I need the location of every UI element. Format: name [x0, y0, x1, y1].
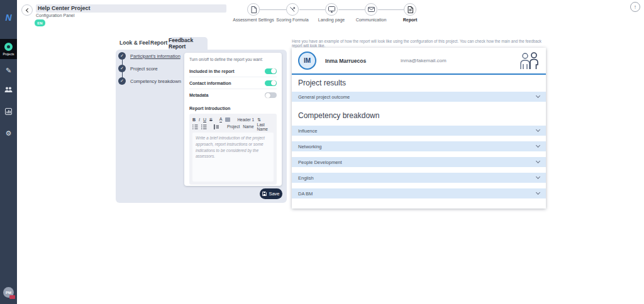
chevron-down-icon: [536, 175, 540, 179]
report-settings-card: Turn on/off to define the report you wan…: [184, 53, 282, 186]
chevron-down-icon: [536, 128, 540, 132]
envelope-icon: [365, 3, 377, 16]
app-logo-icon: N: [0, 13, 17, 23]
section-competency-breakdown[interactable]: ✓ Competency breakdown: [118, 77, 181, 85]
report-chart-icon[interactable]: [0, 108, 17, 115]
accordion-da-bm[interactable]: DA BM: [292, 188, 546, 198]
section-project-score[interactable]: ✓ Project score: [118, 65, 158, 72]
toggle-switch-on[interactable]: [265, 68, 277, 74]
back-chevron-icon: [26, 8, 30, 13]
save-button[interactable]: Save: [260, 188, 282, 199]
sidebar-item-projects[interactable]: Projects: [0, 39, 17, 59]
sidebar-item-label: Projects: [3, 52, 14, 56]
settings-gear-icon[interactable]: ⚙: [0, 129, 17, 138]
strikethrough-button[interactable]: S: [209, 117, 213, 122]
participant-name: Inma Marruecos: [325, 58, 401, 64]
toggle-row-included-in-report[interactable]: Included in the report: [189, 65, 277, 77]
chevron-down-icon: [536, 143, 540, 148]
editor-label: Report Introduction: [189, 106, 277, 111]
document-icon: [247, 3, 260, 16]
users-icon[interactable]: [0, 87, 17, 93]
document-icon: [404, 3, 416, 16]
projects-icon: [4, 43, 13, 51]
check-circle-icon: ✓: [118, 52, 126, 60]
accordion-influence[interactable]: Influence: [292, 126, 546, 136]
bullet-list-button[interactable]: [201, 124, 207, 129]
header-format-select[interactable]: Header 1: [237, 117, 254, 122]
toggle-row-contact-information[interactable]: Contact information: [189, 77, 277, 89]
participant-email: inma@fakemail.com: [401, 58, 447, 63]
step-landing-page[interactable]: Landing page: [309, 3, 353, 22]
chevron-down-icon: [536, 94, 540, 98]
accordion-general-project-outcome[interactable]: General project outcome: [292, 92, 546, 102]
edit-pencil-icon[interactable]: ✎: [0, 67, 17, 75]
rich-text-editor: B I U S A Header 1 ⇅ Project: [189, 114, 277, 185]
tab-look-and-feel[interactable]: Look & Feel: [119, 40, 150, 46]
sidebar: N Projects ✎ ⚙ PM: [0, 0, 17, 304]
user-avatar[interactable]: PM: [3, 287, 14, 298]
bold-button[interactable]: B: [192, 117, 196, 122]
preview-breakdown-heading: Competency breakdown: [298, 111, 379, 120]
chevron-down-icon: [536, 190, 540, 195]
report-preview-card: IM Inma Marruecos inma@fakemail.com Proj…: [292, 48, 546, 209]
scroll-top-button[interactable]: ↑: [630, 2, 640, 12]
page-title: Help Center Project: [38, 5, 91, 11]
back-button[interactable]: [21, 4, 33, 16]
check-circle-icon: ✓: [118, 65, 126, 72]
merge-tag-project-button[interactable]: Project: [227, 124, 240, 129]
chevron-down-icon: [536, 159, 540, 163]
merge-tag-name-button[interactable]: Name: [243, 124, 253, 129]
toggle-switch-off[interactable]: [265, 92, 277, 98]
format-dropdown-icon[interactable]: ⇅: [257, 117, 261, 122]
arrow-up-icon: ↑: [634, 4, 637, 10]
introduction-textarea[interactable]: Write a brief introduction of the projec…: [192, 133, 274, 182]
language-flag-badge: [9, 295, 15, 299]
preview-results-heading: Project results: [298, 79, 346, 87]
toggle-row-metadata[interactable]: Metadata: [189, 89, 277, 101]
tab-feedback-report[interactable]: Feedback Report: [169, 37, 208, 50]
accordion-networking[interactable]: Networking: [292, 141, 546, 151]
participant-avatar: IM: [298, 52, 316, 70]
blockquote-button[interactable]: [214, 124, 219, 129]
people-illustration: [518, 52, 540, 70]
italic-button[interactable]: I: [199, 117, 200, 122]
preview-participant-header: IM Inma Marruecos inma@fakemail.com: [292, 48, 546, 75]
underline-button[interactable]: U: [203, 117, 206, 122]
section-participants-information[interactable]: ✓ Participant's information: [118, 52, 180, 60]
user-initials: PM: [6, 291, 11, 295]
toggle-switch-on[interactable]: [265, 80, 277, 86]
monitor-icon: [325, 3, 338, 16]
merge-tag-lastname-button[interactable]: Last Name: [257, 122, 274, 131]
form-intro-text: Turn on/off to define the report you wan…: [189, 57, 277, 62]
app-window: N Projects ✎ ⚙ PM He: [0, 0, 644, 304]
step-report[interactable]: Report: [388, 3, 432, 22]
step-assessment-settings[interactable]: Assessment Settings: [231, 3, 275, 22]
ordered-list-button[interactable]: [192, 124, 198, 129]
step-scoring-formula[interactable]: Scoring Formula: [270, 3, 314, 22]
preview-note: Here you have an example of how the repo…: [292, 39, 546, 48]
page-subtitle: Configuration Panel: [36, 13, 75, 18]
highlight-button[interactable]: [225, 117, 230, 122]
step-communication[interactable]: Communication: [349, 3, 393, 22]
accordion-people-development[interactable]: People Development: [292, 157, 546, 167]
save-floppy-icon: [262, 192, 267, 196]
formula-icon: [286, 3, 299, 16]
check-circle-icon: ✓: [118, 77, 126, 85]
text-color-button[interactable]: A: [219, 117, 223, 122]
language-badge[interactable]: EN: [35, 19, 45, 26]
tab-report[interactable]: Report: [150, 40, 167, 46]
accordion-english[interactable]: English: [292, 173, 546, 183]
